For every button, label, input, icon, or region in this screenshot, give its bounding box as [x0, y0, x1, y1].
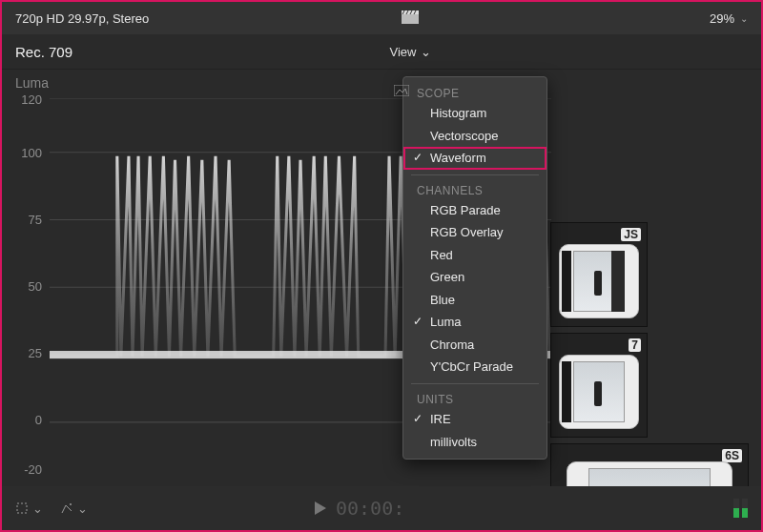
- clip-thumbnail[interactable]: JS: [550, 222, 648, 327]
- format-bar: 720p HD 29.97p, Stereo 29% ⌄: [2, 2, 761, 34]
- menu-item-rgb-parade[interactable]: RGB Parade: [403, 199, 546, 222]
- menu-item-label: Luma: [430, 315, 462, 329]
- y-axis: 120 100 75 50 25 0 -20: [13, 98, 44, 470]
- chevron-down-icon: ⌄: [32, 501, 43, 516]
- transport-display: 00:00:: [315, 497, 404, 520]
- menu-item-label: IRE: [430, 412, 451, 426]
- thumbnail-label: 6S: [722, 449, 742, 462]
- axis-tick: 50: [13, 279, 42, 294]
- svg-rect-14: [17, 503, 27, 513]
- menu-item-green[interactable]: Green: [403, 266, 546, 289]
- menu-item-vectorscope[interactable]: Vectorscope: [403, 125, 546, 148]
- timecode: 00:00:: [336, 497, 404, 520]
- scope-channel-label: Luma: [15, 75, 49, 91]
- menu-item-histogram[interactable]: Histogram: [403, 102, 546, 125]
- meter-bar: [742, 499, 748, 518]
- axis-tick: 100: [13, 146, 42, 160]
- menu-header-channels: CHANNELS: [403, 180, 546, 199]
- menu-item-red[interactable]: Red: [403, 244, 546, 267]
- menu-item-blue[interactable]: Blue: [403, 289, 546, 312]
- axis-tick: 25: [13, 346, 42, 360]
- bottom-toolbar: ⌄ ⌄ 00:00:: [2, 486, 761, 530]
- menu-header-units: UNITS: [403, 389, 546, 408]
- svg-marker-16: [315, 501, 326, 515]
- menu-item-label: Waveform: [430, 151, 486, 165]
- menu-item-luma[interactable]: ✓Luma: [403, 311, 546, 334]
- view-dropdown-menu: SCOPE Histogram Vectorscope ✓Waveform CH…: [402, 76, 547, 460]
- svg-rect-0: [402, 14, 419, 24]
- zoom-level[interactable]: 29% ⌄: [710, 11, 748, 26]
- thumbnail-label: 7: [629, 338, 641, 352]
- meter-bar: [733, 499, 739, 518]
- view-label: View: [390, 45, 417, 59]
- play-icon[interactable]: [315, 497, 326, 520]
- clip-thumbnail[interactable]: 7: [550, 333, 648, 438]
- menu-item-chroma[interactable]: Chroma: [403, 334, 546, 357]
- thumbnail-label: JS: [621, 228, 641, 241]
- menu-item-rgb-overlay[interactable]: RGB Overlay: [403, 221, 546, 244]
- check-icon: ✓: [413, 314, 423, 329]
- clapperboard-icon[interactable]: [402, 10, 419, 27]
- scope-area: Luma 120 100 75 50 25 0 -20: [2, 70, 761, 485]
- menu-item-ire[interactable]: ✓IRE: [403, 408, 546, 431]
- axis-tick: -20: [13, 462, 42, 477]
- color-space-label: Rec. 709: [15, 44, 72, 60]
- scope-header-bar: Rec. 709 View ⌄: [2, 34, 761, 70]
- chevron-down-icon: ⌄: [421, 45, 431, 59]
- audio-meters: [733, 499, 748, 518]
- menu-item-ycbcr-parade[interactable]: Y'CbCr Parade: [403, 356, 546, 379]
- format-label: 720p HD 29.97p, Stereo: [15, 11, 149, 26]
- check-icon: ✓: [413, 411, 423, 426]
- svg-point-15: [70, 503, 72, 505]
- image-icon: [394, 85, 409, 99]
- axis-tick: 0: [13, 413, 42, 427]
- menu-item-waveform[interactable]: ✓Waveform: [403, 147, 546, 170]
- view-menu-button[interactable]: View ⌄: [390, 45, 431, 59]
- chevron-down-icon: ⌄: [77, 501, 88, 516]
- chevron-down-icon: ⌄: [740, 13, 748, 24]
- effects-tool-button[interactable]: ⌄: [60, 501, 88, 516]
- zoom-value: 29%: [710, 11, 734, 26]
- menu-item-millivolts[interactable]: millivolts: [403, 431, 546, 454]
- crop-tool-button[interactable]: ⌄: [15, 501, 43, 516]
- axis-tick: 120: [13, 92, 42, 107]
- check-icon: ✓: [413, 150, 423, 165]
- axis-tick: 75: [13, 213, 42, 227]
- menu-header-scope: SCOPE: [403, 83, 546, 102]
- app-window: 720p HD 29.97p, Stereo 29% ⌄ Rec. 709 Vi…: [0, 0, 763, 532]
